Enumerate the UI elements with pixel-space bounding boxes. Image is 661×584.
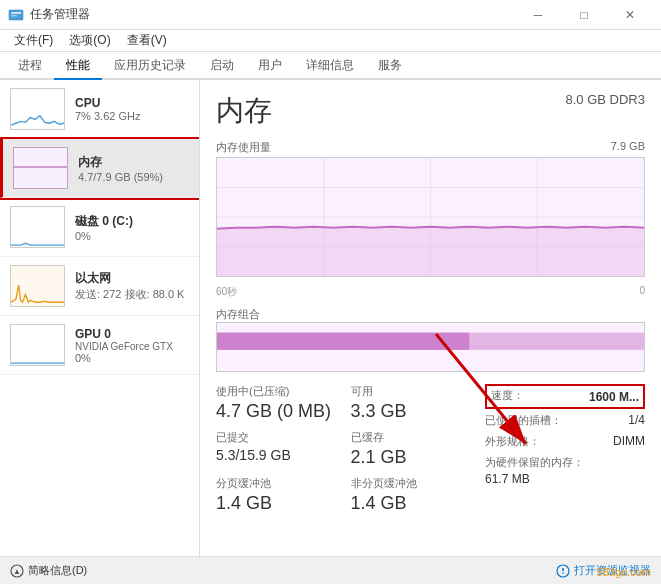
- content-area: 内存 8.0 GB DDR3 内存使用量 7.9 GB: [200, 80, 661, 556]
- bottom-bar: ▲ 简略信息(D) 打开资源监视器: [0, 556, 661, 584]
- window-title: 任务管理器: [30, 6, 90, 23]
- memory-subtitle: 4.7/7.9 GB (59%): [78, 171, 189, 183]
- svg-rect-19: [217, 333, 469, 350]
- app-icon: [8, 7, 24, 23]
- monitor-icon: [556, 564, 570, 578]
- time-label-right: 0: [639, 285, 645, 299]
- form-factor-label: 外形规格：: [485, 434, 540, 449]
- title-bar-left: 任务管理器: [8, 6, 90, 23]
- usage-chart-label: 内存使用量: [216, 140, 271, 155]
- svg-marker-15: [217, 227, 644, 276]
- speed-label: 速度：: [491, 388, 524, 403]
- stat-used: 使用中(已压缩) 4.7 GB (0 MB): [216, 384, 335, 422]
- ethernet-title: 以太网: [75, 270, 189, 287]
- tab-performance[interactable]: 性能: [54, 53, 102, 80]
- hw-reserved-row: 为硬件保留的内存： 61.7 MB: [485, 455, 645, 486]
- svg-rect-5: [11, 207, 64, 247]
- stat-nonpaged: 非分页缓冲池 1.4 GB: [351, 476, 470, 514]
- left-stats: 使用中(已压缩) 4.7 GB (0 MB) 可用 3.3 GB 已提交 5.3…: [216, 384, 469, 514]
- close-button[interactable]: ✕: [607, 0, 653, 30]
- stat-available: 可用 3.3 GB: [351, 384, 470, 422]
- stat-nonpaged-value: 1.4 GB: [351, 493, 470, 514]
- sidebar-item-memory[interactable]: 内存 4.7/7.9 GB (59%): [0, 139, 199, 198]
- svg-rect-1: [11, 12, 21, 14]
- content-header: 内存 8.0 GB DDR3: [216, 92, 645, 130]
- slots-value: 1/4: [628, 413, 645, 430]
- cpu-info: CPU 7% 3.62 GHz: [75, 96, 189, 122]
- svg-rect-2: [11, 15, 17, 17]
- svg-rect-4: [14, 148, 67, 188]
- title-controls: ─ □ ✕: [515, 0, 653, 30]
- cpu-subtitle: 7% 3.62 GHz: [75, 110, 189, 122]
- summary-label: 简略信息(D): [28, 563, 87, 578]
- tab-details[interactable]: 详细信息: [294, 53, 366, 80]
- gpu-subtitle: NVIDIA GeForce GTX: [75, 341, 189, 352]
- stat-committed-value: 5.3/15.9 GB: [216, 447, 335, 463]
- memory-title: 内存: [78, 154, 189, 171]
- tab-startup[interactable]: 启动: [198, 53, 246, 80]
- title-bar: 任务管理器 ─ □ ✕: [0, 0, 661, 30]
- right-stats: 速度： 1600 M... 已使用的插槽： 1/4 外形规格： DIMM 为硬件…: [485, 384, 645, 514]
- svg-point-26: [562, 572, 564, 574]
- speed-value: 1600 M...: [589, 390, 639, 404]
- stat-paged: 分页缓冲池 1.4 GB: [216, 476, 335, 514]
- menu-bar: 文件(F) 选项(O) 查看(V): [0, 30, 661, 52]
- stat-available-label: 可用: [351, 384, 470, 399]
- stat-used-label: 使用中(已压缩): [216, 384, 335, 399]
- disk-subtitle: 0%: [75, 230, 189, 242]
- tab-process[interactable]: 进程: [6, 53, 54, 80]
- summary-button[interactable]: ▲ 简略信息(D): [10, 563, 87, 578]
- stat-available-value: 3.3 GB: [351, 401, 470, 422]
- gpu-subtitle2: 0%: [75, 352, 189, 364]
- combo-chart-label: 内存组合: [216, 308, 260, 320]
- sidebar-item-cpu[interactable]: CPU 7% 3.62 GHz: [0, 80, 199, 139]
- stat-committed: 已提交 5.3/15.9 GB: [216, 430, 335, 468]
- stat-cached-label: 已缓存: [351, 430, 470, 445]
- cpu-chart-mini: [10, 88, 65, 130]
- menu-options[interactable]: 选项(O): [61, 30, 118, 51]
- stat-used-value: 4.7 GB (0 MB): [216, 401, 335, 422]
- gpu-chart-mini: [10, 324, 65, 366]
- watermark: 583go.com: [597, 566, 651, 578]
- svg-rect-7: [11, 325, 64, 365]
- speed-row: 速度： 1600 M...: [485, 384, 645, 409]
- minimize-button[interactable]: ─: [515, 0, 561, 30]
- disk-title: 磁盘 0 (C:): [75, 213, 189, 230]
- tab-services[interactable]: 服务: [366, 53, 414, 80]
- sidebar-item-ethernet[interactable]: 以太网 发送: 272 接收: 88.0 K: [0, 257, 199, 316]
- sidebar-item-gpu[interactable]: GPU 0 NVIDIA GeForce GTX 0%: [0, 316, 199, 375]
- memory-combo-chart: [216, 322, 645, 372]
- menu-view[interactable]: 查看(V): [119, 30, 175, 51]
- slots-row: 已使用的插槽： 1/4: [485, 413, 645, 430]
- slots-label: 已使用的插槽：: [485, 413, 562, 428]
- memory-info: 内存 4.7/7.9 GB (59%): [78, 154, 189, 183]
- stat-paged-value: 1.4 GB: [216, 493, 335, 514]
- maximize-button[interactable]: □: [561, 0, 607, 30]
- tab-users[interactable]: 用户: [246, 53, 294, 80]
- hw-reserved-label: 为硬件保留的内存：: [485, 455, 645, 470]
- svg-text:▲: ▲: [13, 567, 21, 576]
- menu-file[interactable]: 文件(F): [6, 30, 61, 51]
- sidebar-item-disk[interactable]: 磁盘 0 (C:) 0%: [0, 198, 199, 257]
- hw-reserved-value: 61.7 MB: [485, 472, 530, 486]
- summary-icon: ▲: [10, 564, 24, 578]
- stats-section: 使用中(已压缩) 4.7 GB (0 MB) 可用 3.3 GB 已提交 5.3…: [216, 384, 645, 514]
- stat-nonpaged-label: 非分页缓冲池: [351, 476, 470, 491]
- memory-chart-mini: [13, 147, 68, 189]
- stat-cached-value: 2.1 GB: [351, 447, 470, 468]
- form-factor-value: DIMM: [613, 434, 645, 451]
- gpu-info: GPU 0 NVIDIA GeForce GTX 0%: [75, 327, 189, 364]
- content-subtitle: 8.0 GB DDR3: [566, 92, 645, 107]
- stat-paged-label: 分页缓冲池: [216, 476, 335, 491]
- ethernet-subtitle: 发送: 272 接收: 88.0 K: [75, 287, 189, 302]
- ethernet-chart-mini: [10, 265, 65, 307]
- stat-committed-label: 已提交: [216, 430, 335, 445]
- ethernet-info: 以太网 发送: 272 接收: 88.0 K: [75, 270, 189, 302]
- chart-time-labels: 60秒 0: [216, 285, 645, 299]
- sidebar: CPU 7% 3.62 GHz 内存 4.7/7.9 GB (59%): [0, 80, 200, 556]
- tab-bar: 进程 性能 应用历史记录 启动 用户 详细信息 服务: [0, 52, 661, 80]
- cpu-title: CPU: [75, 96, 189, 110]
- tab-app-history[interactable]: 应用历史记录: [102, 53, 198, 80]
- usage-chart-max: 7.9 GB: [611, 140, 645, 157]
- content-title: 内存: [216, 92, 272, 130]
